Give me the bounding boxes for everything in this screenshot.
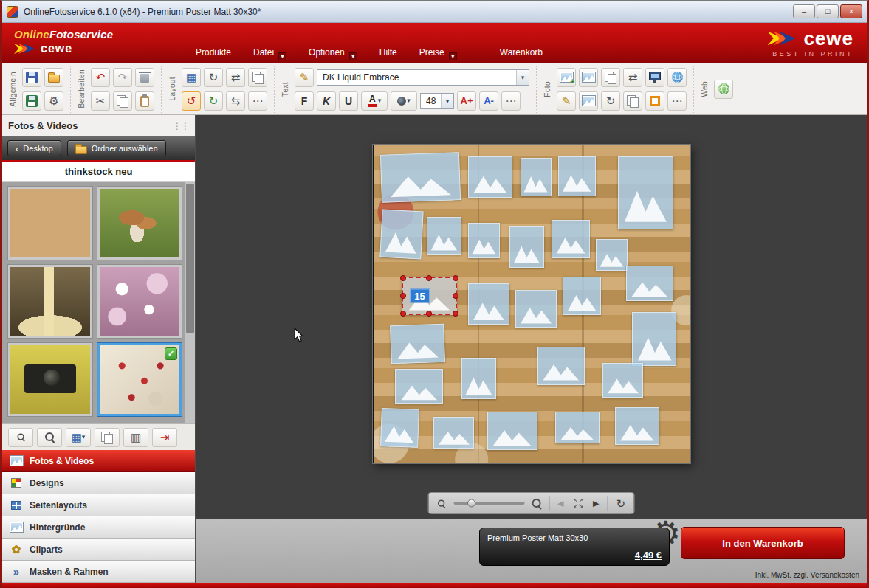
- thumbnail-sand-spiral[interactable]: [8, 187, 92, 260]
- sidebar-item-designs[interactable]: Designs: [2, 472, 195, 494]
- export-button[interactable]: ⇥: [152, 428, 177, 447]
- bold-button[interactable]: F: [295, 91, 314, 111]
- photo-placeholder[interactable]: [563, 277, 600, 315]
- sidebar-item-hintergruende[interactable]: Hintergründe: [2, 516, 195, 539]
- next-page-button[interactable]: ▶: [591, 499, 600, 508]
- italic-button[interactable]: K: [317, 91, 336, 111]
- settings-button[interactable]: ⚙: [44, 91, 63, 111]
- selection-handle[interactable]: [453, 311, 458, 317]
- prev-page-button[interactable]: ◀: [556, 499, 565, 508]
- thumbnail-pouring-dough[interactable]: [8, 265, 92, 338]
- foto-more-button[interactable]: ⋯: [667, 91, 687, 111]
- layout-more-button[interactable]: ⋯: [248, 91, 267, 111]
- duplicate-button[interactable]: [95, 428, 120, 447]
- layout-grid-button[interactable]: ▦: [182, 68, 201, 87]
- font-size-select[interactable]: 48 ▾: [420, 93, 454, 109]
- selection-handle[interactable]: [426, 275, 432, 281]
- add-to-cart-button[interactable]: In den Warenkorb: [681, 527, 845, 559]
- photo-placeholder[interactable]: [468, 223, 500, 257]
- choose-folder-button[interactable]: Ordner auswählen: [67, 140, 166, 156]
- duplicate-photo-button[interactable]: [623, 91, 642, 111]
- view-mode-button[interactable]: ▦▾: [66, 428, 91, 447]
- selection-handle[interactable]: [453, 275, 458, 281]
- font-color-button[interactable]: A ▾: [361, 91, 388, 111]
- copy-button[interactable]: [113, 91, 132, 111]
- swap-pages-button[interactable]: ⇄: [226, 68, 245, 87]
- scrollbar-thumb[interactable]: [186, 184, 194, 333]
- photo-placeholder[interactable]: [515, 290, 557, 328]
- menu-warenkorb[interactable]: Warenkorb: [500, 47, 543, 58]
- photo-placeholder[interactable]: [461, 358, 496, 399]
- redo-button[interactable]: ↷: [113, 68, 132, 87]
- poster[interactable]: 15: [373, 145, 690, 463]
- photo-placeholder[interactable]: [380, 210, 424, 259]
- menu-produkte[interactable]: Produkte: [196, 47, 231, 58]
- rotate-page-button[interactable]: ↻: [204, 68, 223, 87]
- edit-photo-button[interactable]: ✎: [557, 91, 576, 111]
- undo-button[interactable]: ↶: [91, 68, 110, 87]
- flip-button[interactable]: ⇆: [226, 91, 245, 111]
- selection-handle[interactable]: [400, 311, 406, 317]
- photo-placeholder[interactable]: [632, 312, 676, 366]
- selection-handle[interactable]: [400, 293, 406, 299]
- photo-placeholder[interactable]: [509, 226, 544, 268]
- zoom-out-thumbnails-button[interactable]: [8, 428, 33, 447]
- zoom-slider-knob[interactable]: [467, 499, 475, 508]
- preview-monitor-button[interactable]: [645, 68, 664, 87]
- photo-placeholder[interactable]: [558, 156, 596, 196]
- sidebar-item-cliparts[interactable]: ✿ Cliparts: [2, 539, 195, 561]
- photo-online-button[interactable]: [667, 68, 687, 87]
- save-as-button[interactable]: [22, 91, 41, 111]
- photo-placeholder[interactable]: [380, 408, 419, 447]
- product-price[interactable]: 4,49 €: [635, 550, 662, 561]
- delete-button[interactable]: [135, 68, 154, 87]
- photo-placeholder[interactable]: [468, 283, 509, 325]
- photo-placeholder[interactable]: [626, 266, 673, 300]
- menu-optionen[interactable]: Optionen▾: [309, 47, 357, 58]
- rotate-cw-button[interactable]: ↻: [204, 91, 223, 111]
- maximize-button[interactable]: □: [817, 4, 839, 18]
- text-more-button[interactable]: ⋯: [501, 91, 521, 111]
- photo-frame-button[interactable]: [645, 91, 664, 111]
- thumbnail-camera-yellow[interactable]: [8, 343, 92, 416]
- menu-hilfe[interactable]: Hilfe: [379, 47, 397, 58]
- font-decrease-button[interactable]: A-: [479, 91, 498, 111]
- zoom-in-thumbnails-button[interactable]: [37, 428, 62, 447]
- photo-placeholder[interactable]: [618, 156, 673, 229]
- cut-button[interactable]: ✂: [91, 91, 110, 111]
- zoom-in-icon[interactable]: [531, 498, 542, 509]
- open-project-button[interactable]: [44, 68, 63, 87]
- sidebar-item-masken-rahmen[interactable]: » Masken & Rahmen: [2, 561, 195, 583]
- selection-handle[interactable]: [453, 293, 458, 299]
- photo-placeholder[interactable]: [427, 217, 461, 255]
- photo-placeholder[interactable]: [537, 347, 585, 385]
- zoom-slider[interactable]: [453, 502, 524, 505]
- thumbnail-christmas-cookies[interactable]: ✓: [97, 343, 182, 416]
- rotate-photo-button[interactable]: ↻: [601, 91, 620, 111]
- thumbnail-pink-cookies[interactable]: [97, 265, 182, 338]
- sidebar-item-seitenlayouts[interactable]: Seitenlayouts: [2, 494, 195, 516]
- photo-placeholder[interactable]: [521, 158, 552, 196]
- photo-placeholder[interactable]: [380, 152, 461, 202]
- paste-button[interactable]: [135, 91, 154, 111]
- photo-placeholder[interactable]: [552, 220, 589, 258]
- duplicate-page-button[interactable]: [248, 68, 267, 87]
- photo-placeholder[interactable]: [390, 324, 445, 364]
- photo-placeholder[interactable]: [487, 412, 537, 450]
- photo-placeholder[interactable]: [468, 156, 512, 198]
- web-globe-button[interactable]: [714, 80, 733, 99]
- replace-photo-button[interactable]: [579, 91, 598, 111]
- selection-handle[interactable]: [426, 311, 432, 317]
- photo-placeholder-selected[interactable]: 15: [402, 277, 457, 315]
- photo-placeholder[interactable]: [602, 363, 644, 398]
- add-photo-button[interactable]: +: [557, 68, 576, 87]
- copy-photo-button[interactable]: [601, 68, 620, 87]
- menu-datei[interactable]: Datei▾: [253, 47, 286, 58]
- underline-button[interactable]: U: [339, 91, 358, 111]
- thumbnail-mushrooms[interactable]: [97, 187, 182, 260]
- fit-screen-button[interactable]: ↖↗ ↙↘: [572, 498, 585, 508]
- minimize-button[interactable]: –: [793, 4, 815, 18]
- preview-button[interactable]: ▥: [123, 428, 148, 447]
- fill-color-button[interactable]: ▾: [391, 91, 417, 111]
- rotate-ccw-button[interactable]: ↺: [182, 91, 201, 111]
